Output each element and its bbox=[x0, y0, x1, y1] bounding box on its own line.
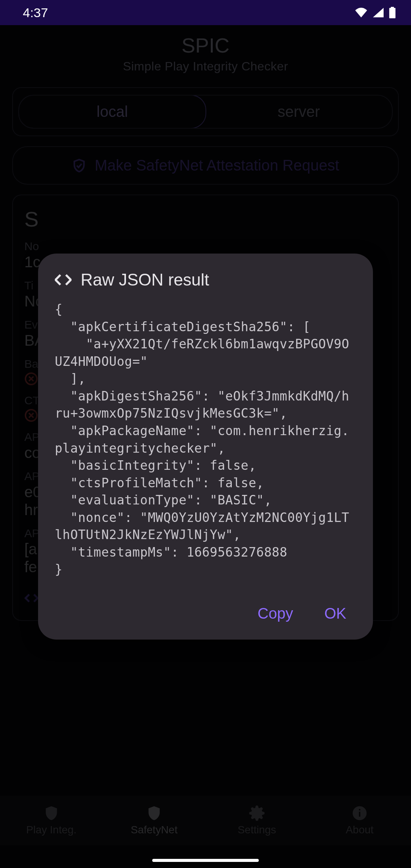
status-bar: 4:37 bbox=[0, 0, 411, 25]
signal-icon bbox=[373, 8, 384, 18]
dialog-actions: Copy OK bbox=[55, 601, 356, 626]
ok-button[interactable]: OK bbox=[322, 601, 349, 626]
dialog-title-row: Raw JSON result bbox=[55, 270, 356, 289]
battery-icon bbox=[389, 7, 396, 18]
code-icon bbox=[55, 274, 72, 286]
wifi-icon bbox=[355, 8, 368, 18]
dialog-json-body: { "apkCertificateDigestSha256": [ "a+yXX… bbox=[55, 301, 356, 578]
raw-json-dialog: Raw JSON result { "apkCertificateDigestS… bbox=[38, 254, 373, 640]
gesture-bar[interactable] bbox=[152, 859, 259, 862]
copy-button[interactable]: Copy bbox=[255, 601, 295, 626]
status-icons bbox=[355, 7, 396, 18]
dialog-title: Raw JSON result bbox=[81, 270, 209, 289]
dialog-overlay[interactable]: Raw JSON result { "apkCertificateDigestS… bbox=[0, 25, 411, 868]
status-time: 4:37 bbox=[23, 5, 48, 20]
